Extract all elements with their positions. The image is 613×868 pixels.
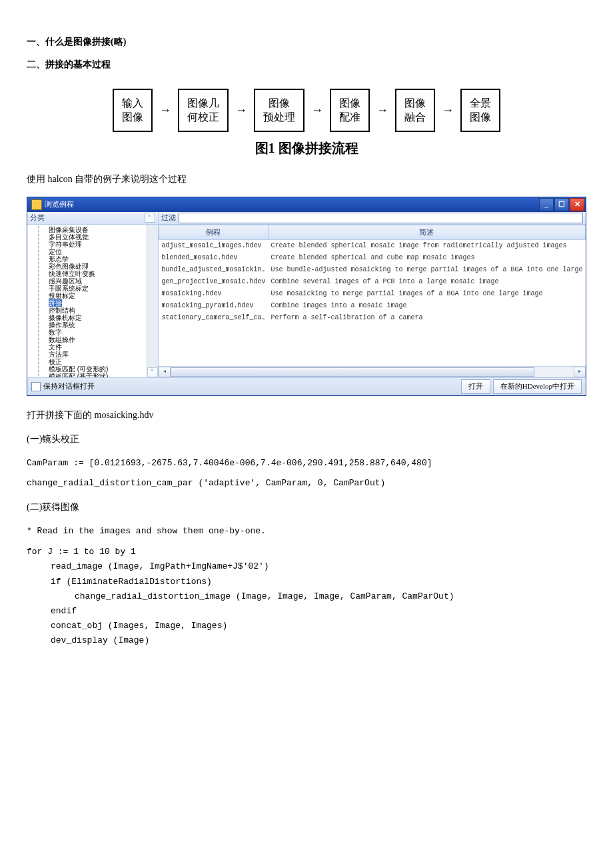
tree-item[interactable]: 数字	[46, 329, 158, 336]
code-endif: endif	[27, 604, 586, 619]
arrow-icon: →	[311, 101, 323, 120]
close-button[interactable]: ✕	[570, 198, 584, 211]
flow-step-6: 全景图像	[460, 89, 500, 133]
flow-step-2: 图像几何校正	[178, 89, 229, 133]
tree-item[interactable]: 快速傅立叶变换	[46, 270, 158, 277]
tree-item[interactable]: 感兴趣区域	[46, 277, 158, 285]
filter-label: 过滤	[161, 212, 176, 224]
window-icon	[31, 199, 42, 210]
scroll-down-icon[interactable]: ˅	[147, 367, 158, 377]
intro-text: 使用 halcon 自带的例子来说明这个过程	[27, 172, 586, 187]
window-title: 浏览例程	[45, 199, 74, 211]
table-row[interactable]: gen_projective_mosaic.hdevCombine severa…	[159, 276, 585, 288]
horizontal-scrollbar[interactable]: ◂ ▸	[159, 366, 586, 377]
table-row[interactable]: mosaicking.hdevUse mosaicking to merge p…	[159, 288, 585, 300]
section-2-title: (二)获得图像	[27, 500, 586, 515]
open-button[interactable]: 打开	[461, 379, 490, 394]
code-camparam: CamParam := [0.0121693,-2675.63,7.40046e…	[27, 457, 586, 471]
code-for: for J := 1 to 10 by 1	[27, 545, 586, 559]
code-if: if (EliminateRadialDistortions)	[27, 575, 586, 589]
heading-1: 一、什么是图像拼接(略)	[27, 35, 586, 49]
code-comment: * Read in the images and show them one-b…	[27, 525, 586, 539]
tree-item[interactable]: 多目立体视觉	[46, 233, 158, 241]
tree-item[interactable]: 字符串处理	[46, 241, 158, 248]
scroll-right-icon[interactable]: ▸	[574, 367, 586, 377]
category-pane: 分类 ˄ 图像采集设备多目立体视觉字符串处理定位形态学彩色图像处理快速傅立叶变换…	[27, 212, 159, 377]
tree-item[interactable]: 校正	[46, 358, 158, 365]
tree-item[interactable]: 操作系统	[46, 321, 158, 329]
table-row[interactable]: blended_mosaic.hdevCreate blended spheri…	[159, 252, 585, 264]
table-row[interactable]: adjust_mosaic_images.hdevCreate blended …	[159, 240, 585, 253]
tree-item[interactable]: 模板匹配 (基于形状)	[46, 373, 158, 377]
code-concat: concat_obj (Images, Image, Images)	[27, 619, 586, 633]
flow-step-4: 图像配准	[330, 89, 370, 133]
code-change-cam: change_radial_distortion_cam_par ('adapt…	[27, 477, 586, 491]
flow-step-3: 图像预处理	[254, 89, 305, 133]
section-1-title: (一)镜头校正	[27, 432, 586, 447]
tree-item[interactable]: 投射标定	[46, 292, 158, 299]
scrollbar-thumb[interactable]	[171, 367, 535, 377]
tree-item[interactable]: 方法库	[46, 351, 158, 358]
titlebar[interactable]: 浏览例程 _ ☐ ✕	[27, 197, 586, 212]
tree-item[interactable]: 模板匹配 (可变形的)	[46, 365, 158, 373]
col-example[interactable]: 例程	[159, 225, 268, 240]
tree-item[interactable]: 手眼系统标定	[46, 285, 158, 292]
open-instruction: 打开拼接下面的 mosaicking.hdv	[27, 408, 586, 423]
maximize-button[interactable]: ☐	[554, 198, 569, 211]
arrow-icon: →	[376, 101, 388, 120]
col-description[interactable]: 简述	[268, 225, 585, 240]
arrow-icon: →	[235, 101, 247, 120]
tree-item[interactable]: 控制结构	[46, 307, 158, 314]
tree-item[interactable]: 形态学	[46, 255, 158, 263]
open-new-button[interactable]: 在新的HDevelop中打开	[493, 379, 582, 394]
examples-table[interactable]: 例程 简述 adjust_mosaic_images.hdevCreate bl…	[159, 225, 586, 325]
dialog-window: 浏览例程 _ ☐ ✕ 分类 ˄ 图像采集设备多目立体视觉字符串处理定位形态学彩色…	[27, 197, 586, 396]
dialog-footer: 保持对话框打开 打开 在新的HDevelop中打开	[27, 377, 586, 395]
tree-item[interactable]: 摄像机标定	[46, 314, 158, 321]
table-row[interactable]: stationary_camera_self_ca…Perform a self…	[159, 312, 585, 324]
tree-item[interactable]: 数组操作	[46, 336, 158, 343]
filter-input[interactable]	[179, 213, 583, 223]
tree-item[interactable]: 定位	[46, 248, 158, 255]
keep-open-label: 保持对话框打开	[43, 381, 95, 393]
heading-2: 二、拼接的基本过程	[27, 57, 586, 72]
tree-item[interactable]: 文件	[46, 343, 158, 351]
category-header: 分类	[30, 212, 45, 224]
code-read-image: read_image (Image, ImgPath+ImgName+J$'02…	[27, 559, 586, 574]
keep-open-checkbox[interactable]	[31, 382, 41, 391]
table-row[interactable]: mosaicking_pyramid.hdevCombine images in…	[159, 300, 585, 312]
scroll-left-icon[interactable]: ◂	[159, 367, 171, 377]
minimize-button[interactable]: _	[539, 198, 554, 211]
code-dev-display: dev_display (Image)	[27, 633, 586, 648]
examples-pane: 过滤 例程 简述 adjust_mosaic_images.hdevCreate…	[159, 212, 586, 377]
tree-item[interactable]: 彩色图像处理	[46, 263, 158, 270]
flowchart: 输入图像 → 图像几何校正 → 图像预处理 → 图像配准 → 图像融合 → 全景…	[27, 89, 586, 133]
tree-item[interactable]: 图像采集设备	[46, 226, 158, 233]
code-change-img: change_radial_distortion_image (Image, I…	[27, 589, 586, 604]
category-tree[interactable]: 图像采集设备多目立体视觉字符串处理定位形态学彩色图像处理快速傅立叶变换感兴趣区域…	[27, 225, 158, 377]
arrow-icon: →	[159, 101, 171, 120]
flow-step-1: 输入图像	[113, 89, 153, 133]
figure-caption: 图1 图像拼接流程	[27, 137, 586, 159]
table-row[interactable]: bundle_adjusted_mosaickin…Use bundle-adj…	[159, 264, 585, 276]
flow-step-5: 图像融合	[395, 89, 435, 133]
chevron-up-icon[interactable]: ˄	[145, 213, 155, 223]
arrow-icon: →	[442, 101, 454, 120]
tree-item[interactable]: 拼接	[46, 299, 158, 307]
